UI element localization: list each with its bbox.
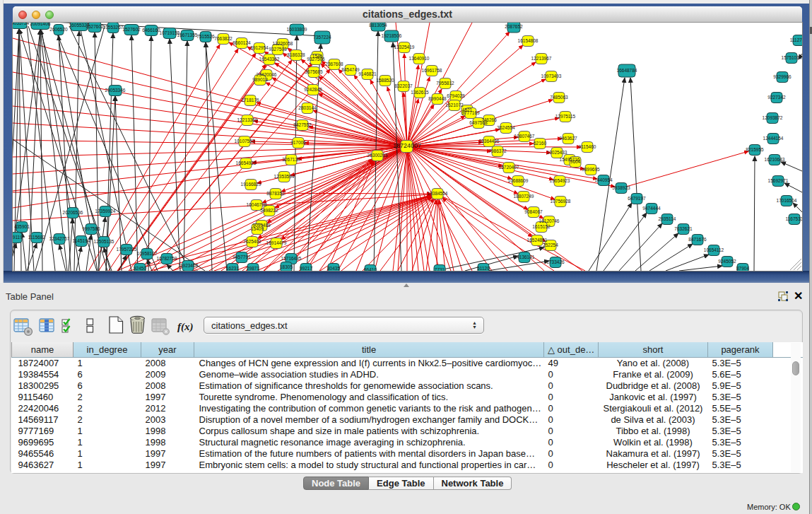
svg-text:f(x): f(x) (177, 321, 194, 333)
